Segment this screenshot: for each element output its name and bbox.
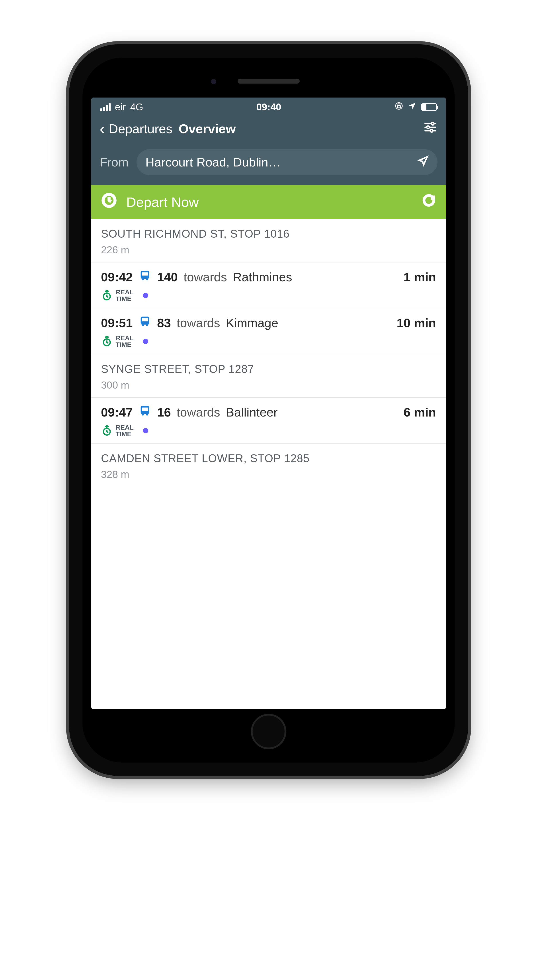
from-value: Harcourt Road, Dublin… [145,155,412,169]
earpiece-speaker [238,79,300,84]
departure-row[interactable]: 09:47 16 towards Ballinteer 6 min [91,398,446,444]
destination: Rathmines [233,270,292,284]
eta-unit: min [414,316,436,330]
stop-header[interactable]: SYNGE STREET, STOP 1287 300 m [91,354,446,398]
realtime-l2: TIME [116,296,134,302]
svg-point-26 [106,426,107,427]
route-number: 16 [157,405,171,419]
location-icon [408,102,417,113]
towards-label: towards [184,270,227,284]
towards-label: towards [176,405,220,419]
back-chevron-icon[interactable]: ‹ [100,121,105,137]
realtime-l1: REAL [116,424,134,431]
svg-point-17 [141,324,144,326]
stop-name: CAMDEN STREET LOWER, STOP 1285 [101,452,436,465]
svg-point-20 [106,336,107,337]
realtime-l2: TIME [116,431,134,438]
depart-now-bar[interactable]: Depart Now [91,185,446,219]
stop-distance: 300 m [101,379,436,391]
svg-point-5 [427,126,429,129]
destination: Ballinteer [226,405,278,419]
svg-point-12 [146,278,148,280]
bus-icon [138,315,151,331]
eta-value: 10 [397,316,410,330]
departure-time: 09:51 [101,316,133,330]
realtime-l1: REAL [116,335,134,341]
svg-point-11 [141,278,144,280]
route-number: 140 [157,270,178,284]
clock-icon [101,192,117,212]
realtime-l1: REAL [116,289,134,296]
svg-point-18 [146,324,148,326]
departure-row[interactable]: 09:51 83 towards Kimmage 10 min [91,308,446,354]
signal-icon [100,103,111,111]
bus-icon [138,404,151,420]
orientation-lock-icon [394,102,404,113]
home-button[interactable] [251,714,286,749]
towards-label: towards [176,316,220,330]
eta-value: 1 [404,270,410,284]
eta-unit: min [414,270,436,284]
stop-name: SYNGE STREET, STOP 1287 [101,363,436,375]
svg-point-14 [106,290,107,292]
departure-time: 09:47 [101,405,133,419]
svg-rect-16 [141,318,148,321]
front-camera [211,79,216,84]
operator-dot-icon [143,293,148,298]
eta-unit: min [414,405,436,419]
svg-point-23 [141,414,144,416]
status-bar: eir 4G 09:40 [91,97,446,116]
battery-icon [421,103,437,111]
screen: eir 4G 09:40 ‹ Departures Ov [91,97,446,710]
carrier-label: eir [115,102,126,113]
destination: Kimmage [226,316,278,330]
departures-list[interactable]: SOUTH RICHMOND ST, STOP 1016 226 m 09:42… [91,219,446,710]
from-location-pill[interactable]: Harcourt Road, Dublin… [137,149,437,175]
stop-name: SOUTH RICHMOND ST, STOP 1016 [101,228,436,240]
phone-frame: eir 4G 09:40 ‹ Departures Ov [69,45,468,776]
refresh-button[interactable] [421,193,436,211]
svg-rect-10 [141,272,148,276]
stop-header[interactable]: SOUTH RICHMOND ST, STOP 1016 226 m [91,219,446,262]
nav-bar: ‹ Departures Overview [91,116,446,143]
svg-point-24 [146,414,148,416]
stop-distance: 328 m [101,468,436,480]
route-number: 83 [157,316,171,330]
from-label: From [100,155,129,169]
filters-button[interactable] [423,120,437,137]
departure-row[interactable]: 09:42 140 towards Rathmines 1 min [91,262,446,308]
statusbar-time: 09:40 [149,102,388,113]
operator-dot-icon [143,428,148,433]
page-title: Overview [179,121,236,136]
from-row: From Harcourt Road, Dublin… [91,143,446,185]
realtime-badge: REAL TIME [101,289,134,302]
stop-distance: 226 m [101,244,436,256]
realtime-badge: REAL TIME [101,335,134,348]
departure-time: 09:42 [101,270,133,284]
phone-inner: eir 4G 09:40 ‹ Departures Ov [83,57,455,762]
svg-rect-22 [141,408,148,411]
svg-point-7 [430,129,433,132]
back-button[interactable]: Departures [109,121,172,136]
eta-value: 6 [404,405,410,419]
realtime-l2: TIME [116,341,134,348]
depart-label: Depart Now [126,194,412,210]
svg-point-3 [431,123,434,125]
location-arrow-icon[interactable] [418,155,429,169]
network-label: 4G [130,102,143,113]
svg-rect-1 [397,105,400,108]
operator-dot-icon [143,339,148,344]
bus-icon [138,269,151,285]
stop-header[interactable]: CAMDEN STREET LOWER, STOP 1285 328 m [91,444,446,487]
realtime-badge: REAL TIME [101,424,134,438]
